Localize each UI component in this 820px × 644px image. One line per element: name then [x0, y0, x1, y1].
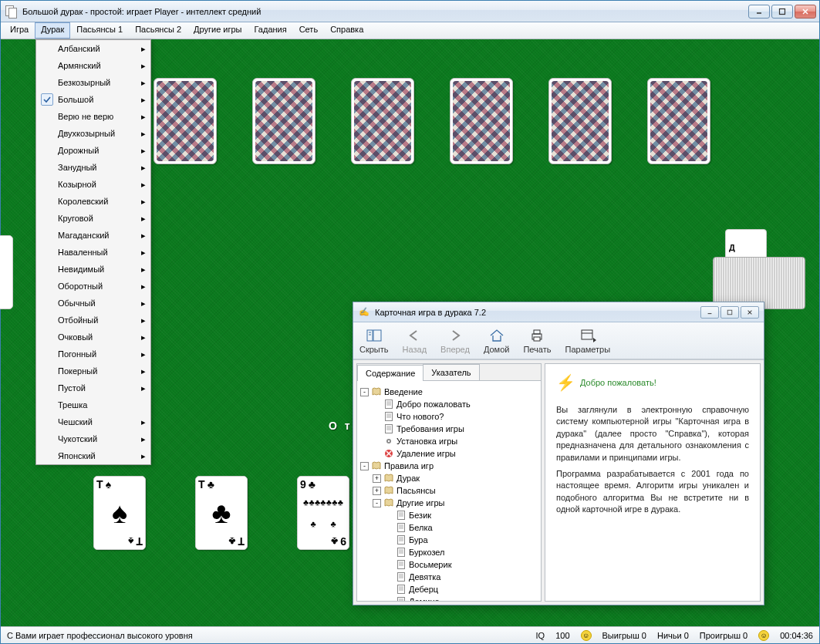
dd-item-Козырной[interactable]: Козырной▸ [36, 176, 150, 193]
help-title-text: Карточная игра в дурака 7.2 [375, 308, 486, 317]
svg-rect-5 [727, 310, 732, 315]
expander-icon[interactable]: + [373, 487, 381, 495]
iq-value: 100 [555, 631, 569, 640]
statusbar: С Вами играет профессионал высокого уров… [1, 626, 819, 643]
dd-item-Албанский[interactable]: Албанский▸ [36, 40, 150, 57]
expander-icon [385, 536, 393, 545]
minimize-button[interactable] [748, 5, 770, 19]
help-close-button[interactable] [741, 306, 759, 319]
menubar[interactable]: ИграДуракПасьянсы 1Пасьянсы 2Другие игры… [1, 22, 819, 39]
dd-item-Чешский[interactable]: Чешский▸ [36, 413, 150, 430]
help-tb-home[interactable]: Домой [484, 327, 510, 354]
expander-icon[interactable]: - [373, 499, 381, 507]
tree-node[interactable]: Установка игры [373, 435, 538, 447]
dd-item-Наваленный[interactable]: Наваленный▸ [36, 244, 150, 261]
tree-node[interactable]: Домино [385, 595, 538, 601]
tree-node[interactable]: -Правила игр [360, 460, 538, 472]
menu-Игра[interactable]: Игра [4, 22, 35, 39]
tree-node[interactable]: Удаление игры [373, 447, 538, 460]
dd-item-Королевский[interactable]: Королевский▸ [36, 193, 150, 210]
dd-item-Невидимый[interactable]: Невидимый▸ [36, 261, 150, 278]
dd-item-Двухкозырный[interactable]: Двухкозырный▸ [36, 125, 150, 142]
dd-item-Чукотский[interactable]: Чукотский▸ [36, 430, 150, 447]
tree-node[interactable]: Деберц [385, 583, 538, 595]
tree-node[interactable]: Добро пожаловать [373, 398, 538, 410]
help-tab-Указатель[interactable]: Указатель [423, 364, 479, 380]
bolt-icon: ⚡ [556, 373, 575, 392]
menu-Дурак[interactable]: Дурак [35, 22, 70, 39]
player-card[interactable]: Т ♣♣Т ♣ [195, 476, 248, 550]
menu-Другие игры[interactable]: Другие игры [187, 22, 248, 39]
dd-item-Обычный[interactable]: Обычный▸ [36, 295, 150, 312]
player-card[interactable]: 9 ♣♣♣♣♣♣♣♣♣♣9 ♣ [297, 476, 349, 550]
help-tb-hide[interactable]: Скрыть [359, 327, 389, 354]
dd-item-Круговой[interactable]: Круговой▸ [36, 210, 150, 227]
menu-Пасьянсы 2[interactable]: Пасьянсы 2 [129, 22, 187, 39]
page-icon [383, 411, 394, 422]
help-minimize-button[interactable] [700, 306, 719, 319]
chevron-right-icon: ▸ [141, 366, 146, 376]
help-tb-print[interactable]: Печать [523, 327, 551, 354]
svg-rect-47 [398, 548, 405, 557]
tree-node[interactable]: +Пасьянсы [373, 484, 538, 497]
dd-item-Отбойный[interactable]: Отбойный▸ [36, 312, 150, 329]
svg-rect-8 [367, 330, 373, 341]
menu-Справка[interactable]: Справка [324, 22, 370, 39]
expander-icon[interactable]: + [373, 474, 381, 483]
tree-node[interactable]: Девятка [385, 571, 538, 583]
tree-node[interactable]: -Другие игры [373, 497, 538, 509]
durak-submenu[interactable]: Албанский▸Армянский▸Безкозырный▸Большой▸… [35, 39, 151, 465]
tree-node[interactable]: Восьмерик [385, 558, 538, 571]
dd-item-Покерный[interactable]: Покерный▸ [36, 362, 150, 379]
page-icon [396, 510, 407, 521]
help-tb-back: Назад [403, 327, 427, 354]
dd-item-Верю не верю[interactable]: Верю не верю▸ [36, 108, 150, 125]
tree-node[interactable]: -Введение [360, 386, 538, 398]
expander-icon[interactable]: - [360, 462, 369, 470]
svg-rect-15 [582, 330, 592, 339]
dd-item-Безкозырный[interactable]: Безкозырный▸ [36, 74, 150, 91]
tree-node[interactable]: Безик [385, 509, 538, 521]
menu-Пасьянсы 1[interactable]: Пасьянсы 1 [70, 22, 129, 39]
window-title: Большой дурак - простой: играет Player -… [22, 7, 748, 16]
expander-icon [373, 450, 381, 458]
print-icon [528, 327, 546, 344]
close-button[interactable] [795, 5, 816, 19]
help-maximize-button[interactable] [720, 306, 739, 319]
menu-Гадания[interactable]: Гадания [248, 22, 293, 39]
tree-node[interactable]: Требования игры [373, 423, 538, 435]
help-tab-Содержание[interactable]: Содержание [357, 365, 423, 381]
expander-icon [373, 413, 381, 421]
dd-item-Оборотный[interactable]: Оборотный▸ [36, 278, 150, 295]
dd-item-Магаданский[interactable]: Магаданский▸ [36, 227, 150, 244]
expander-icon[interactable]: - [360, 388, 369, 396]
dd-item-Пустой[interactable]: Пустой▸ [36, 379, 150, 396]
dd-item-Погонный[interactable]: Погонный▸ [36, 346, 150, 362]
svg-rect-55 [398, 573, 405, 582]
dd-item-Армянский[interactable]: Армянский▸ [36, 57, 150, 74]
tree-node[interactable]: Белка [385, 521, 538, 534]
player-card[interactable]: Т ♠♠Т ♠ [93, 476, 146, 550]
opts-icon [579, 327, 597, 344]
svg-point-31 [388, 440, 390, 442]
help-tree[interactable]: -ВведениеДобро пожаловатьЧто нового?Треб… [357, 381, 541, 601]
dd-item-Занудный[interactable]: Занудный▸ [36, 159, 150, 176]
dd-item-Японский[interactable]: Японский▸ [36, 447, 150, 464]
tree-node[interactable]: +Дурак [373, 472, 538, 484]
tree-node[interactable]: Что нового? [373, 410, 538, 423]
help-toolbar[interactable]: СкрытьНазадВпередДомойПечатьПараметры [353, 322, 764, 359]
help-tb-opts[interactable]: Параметры [565, 327, 610, 354]
game-area[interactable]: Д ♠ О т б Т ♠♠Т ♠Т ♣♣Т ♣9 ♣♣♣♣♣♣♣♣♣♣9 ♣ … [1, 39, 819, 626]
dd-item-Дорожный[interactable]: Дорожный▸ [36, 142, 150, 159]
smiley-icon: ☺ [581, 630, 592, 641]
tree-node[interactable]: Бура [385, 534, 538, 546]
menu-Сеть[interactable]: Сеть [293, 22, 324, 39]
help-tabs[interactable]: СодержаниеУказатель [357, 364, 541, 381]
maximize-button[interactable] [771, 5, 793, 19]
dd-item-Очковый[interactable]: Очковый▸ [36, 329, 150, 346]
dd-item-Большой[interactable]: Большой▸ [36, 91, 150, 108]
dd-item-Трешка[interactable]: Трешка [36, 396, 150, 413]
opponent-card [154, 78, 217, 164]
check-icon [41, 93, 53, 106]
tree-node[interactable]: Буркозел [385, 546, 538, 558]
